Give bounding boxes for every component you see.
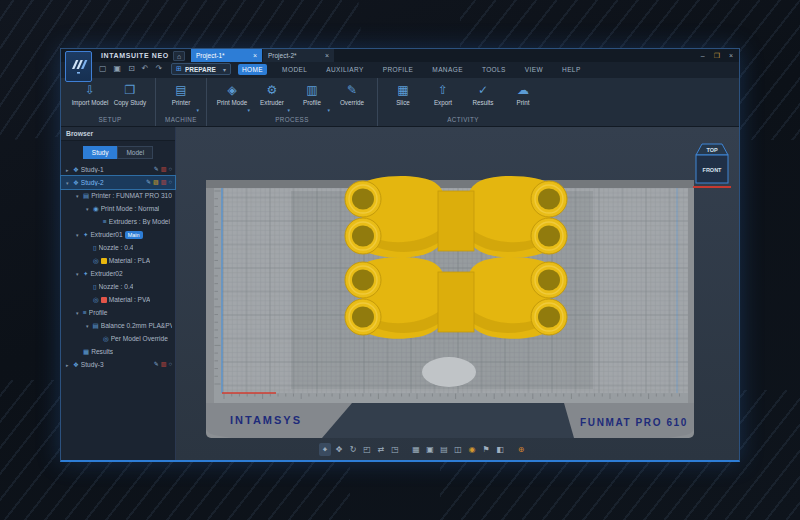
seam-tool[interactable]: ◉	[466, 443, 478, 456]
model-center-block[interactable]	[438, 191, 474, 251]
tree-item-results[interactable]: ▦Results	[61, 345, 175, 358]
folder-icon[interactable]: ▨	[153, 179, 159, 186]
arrange-tool[interactable]: ▦	[410, 443, 422, 456]
redo-icon[interactable]: ↷	[156, 64, 163, 73]
select-tool[interactable]: ⌖	[319, 443, 331, 456]
plate-logo-oval	[422, 357, 476, 387]
extruder-button[interactable]: ⚙Extruder▾	[252, 81, 292, 114]
expand-arrow-icon[interactable]: ▸	[66, 362, 71, 368]
copy-study-button[interactable]: ❐Copy Study	[110, 81, 150, 114]
tree-item-nozzle-0-4[interactable]: ▯Nozzle : 0.4	[61, 280, 175, 293]
expand-arrow-icon[interactable]: ▾	[76, 193, 81, 199]
sidebar-tab-model[interactable]: Model	[117, 146, 153, 159]
undo-icon[interactable]: ↶	[142, 64, 149, 73]
project-tab-1[interactable]: Project-1*×	[191, 49, 263, 62]
delete-icon[interactable]: ▥	[161, 361, 167, 368]
sidebar-tab-study[interactable]: Study	[83, 146, 118, 159]
tree-item-extruder01[interactable]: ▾✦Extruder01Main	[61, 228, 175, 241]
delete-icon[interactable]: ▥	[161, 166, 167, 173]
export-button[interactable]: ⇧Export	[423, 81, 463, 114]
flag-tool[interactable]: ⚑	[480, 443, 492, 456]
tree-item-print-mode-normal[interactable]: ▾◉Print Mode : Normal	[61, 202, 175, 215]
override-button-icon: ✎	[347, 83, 357, 97]
ribbon-group-setup: ⇩Import Model❐Copy StudySETUP	[65, 78, 156, 126]
ribbon-group-label: SETUP	[70, 114, 150, 126]
minimize-button[interactable]: –	[701, 49, 705, 62]
expand-arrow-icon[interactable]: ▾	[76, 232, 81, 238]
lay-flat-tool[interactable]: ◳	[389, 443, 401, 456]
tree-item-extruders-by-model[interactable]: ≡Extruders : By Model	[61, 215, 175, 228]
chevron-down-icon: ▾	[247, 107, 250, 113]
move-tool[interactable]: ✥	[333, 443, 345, 456]
expand-arrow-icon[interactable]: ▾	[66, 180, 71, 186]
tab-close-icon[interactable]: ×	[325, 52, 329, 59]
toggle-icon[interactable]: ○	[168, 179, 172, 186]
save-icon[interactable]: ▣	[114, 64, 122, 73]
edit-icon[interactable]: ✎	[154, 361, 159, 368]
model-center-block[interactable]	[438, 272, 474, 332]
profile-button[interactable]: ▥Profile▾	[292, 81, 332, 114]
results-button[interactable]: ✓Results	[463, 81, 503, 114]
viewport-toolbar: ⌖✥↻◰⇄◳▦▣▤◫◉⚑◧⊕	[319, 442, 527, 456]
tree-item-study-3[interactable]: ▸❖Study-3✎▥○	[61, 358, 175, 371]
expand-arrow-icon[interactable]: ▾	[86, 206, 91, 212]
3d-viewport[interactable]: INTAMSYS FUNMAT PRO 610 TOP FRONT ⌖✥↻◰⇄◳…	[176, 127, 739, 460]
edit-icon[interactable]: ✎	[146, 179, 151, 186]
tree-item-study-2[interactable]: ▾❖Study-2✎▨▥○	[61, 176, 175, 189]
tree-item-profile[interactable]: ▾≡Profile	[61, 306, 175, 319]
open-icon[interactable]: ⊡	[128, 64, 135, 73]
menu-item-profile[interactable]: PROFILE	[379, 64, 418, 75]
expand-arrow-icon[interactable]: ▾	[76, 271, 81, 277]
print-button[interactable]: ☁Print	[503, 81, 543, 114]
import-model-button[interactable]: ⇩Import Model	[70, 81, 110, 114]
menu-item-view[interactable]: VIEW	[521, 64, 547, 75]
tree-item-study-1[interactable]: ▸❖Study-1✎▥○	[61, 163, 175, 176]
new-file-icon[interactable]: ▢	[99, 64, 107, 73]
print-mode-button[interactable]: ◈Print Mode▾	[212, 81, 252, 114]
save-plate-tool[interactable]: ▤	[438, 443, 450, 456]
home-icon[interactable]: ⌂	[173, 51, 185, 61]
ribbon-button-label: Slice	[396, 99, 410, 106]
split-tool[interactable]: ◧	[494, 443, 506, 456]
menu-item-manage[interactable]: MANAGE	[428, 64, 467, 75]
tree-item-label: Printer : FUNMAT PRO 310	[91, 192, 172, 199]
menu-item-auxiliary[interactable]: AUXILIARY	[322, 64, 367, 75]
add-tool[interactable]: ⊕	[515, 443, 527, 456]
expand-arrow-icon[interactable]: ▾	[86, 323, 91, 329]
slice-button[interactable]: ▦Slice	[383, 81, 423, 114]
merge-tool[interactable]: ◫	[452, 443, 464, 456]
tree-item-material-pva[interactable]: ◎Material : PVA	[61, 293, 175, 306]
delete-icon[interactable]: ▥	[161, 179, 167, 186]
menu-item-tools[interactable]: TOOLS	[478, 64, 510, 75]
tree-item-balance-0-2mm-pla-pva[interactable]: ▾▤Balance 0.2mm PLA&PVA	[61, 319, 175, 332]
mirror-tool[interactable]: ⇄	[375, 443, 387, 456]
toggle-icon[interactable]: ○	[168, 361, 172, 368]
toggle-icon[interactable]: ○	[168, 166, 172, 173]
menu-item-model[interactable]: MODEL	[278, 64, 311, 75]
menu-item-help[interactable]: HELP	[558, 64, 585, 75]
project-tab-label: Project-1*	[196, 52, 253, 59]
expand-arrow-icon[interactable]: ▸	[66, 167, 71, 173]
printer-button[interactable]: ▤Printer▾	[161, 81, 201, 114]
close-button[interactable]: ×	[729, 49, 733, 62]
tree-item-per-model-override[interactable]: ◎Per Model Override	[61, 332, 175, 345]
expand-arrow-icon[interactable]: ▾	[76, 310, 81, 316]
extruder-icon: ✦	[83, 231, 88, 239]
view-cube[interactable]: TOP FRONT	[690, 140, 734, 196]
tree-item-nozzle-0-4[interactable]: ▯Nozzle : 0.4	[61, 241, 175, 254]
tree-item-material-pla[interactable]: ◎Material : PLA	[61, 254, 175, 267]
menu-item-home[interactable]: HOME	[238, 64, 267, 75]
project-tab-2[interactable]: Project-2*×	[263, 49, 335, 62]
scale-tool[interactable]: ◰	[361, 443, 373, 456]
tab-close-icon[interactable]: ×	[253, 52, 257, 59]
view-cube-front-label: FRONT	[703, 167, 723, 173]
stage-selector[interactable]: ⊞ PREPARE ▾	[171, 63, 231, 75]
rotate-tool[interactable]: ↻	[347, 443, 359, 456]
tree-item-extruder02[interactable]: ▾✦Extruder02	[61, 267, 175, 280]
edit-icon[interactable]: ✎	[154, 166, 159, 173]
tree-item-printer-funmat-pro-310[interactable]: ▾▤Printer : FUNMAT PRO 310	[61, 189, 175, 202]
restore-button[interactable]: ❐	[714, 49, 720, 62]
override-button[interactable]: ✎Override	[332, 81, 372, 114]
plate-back-band	[206, 180, 694, 188]
support-tool[interactable]: ▣	[424, 443, 436, 456]
